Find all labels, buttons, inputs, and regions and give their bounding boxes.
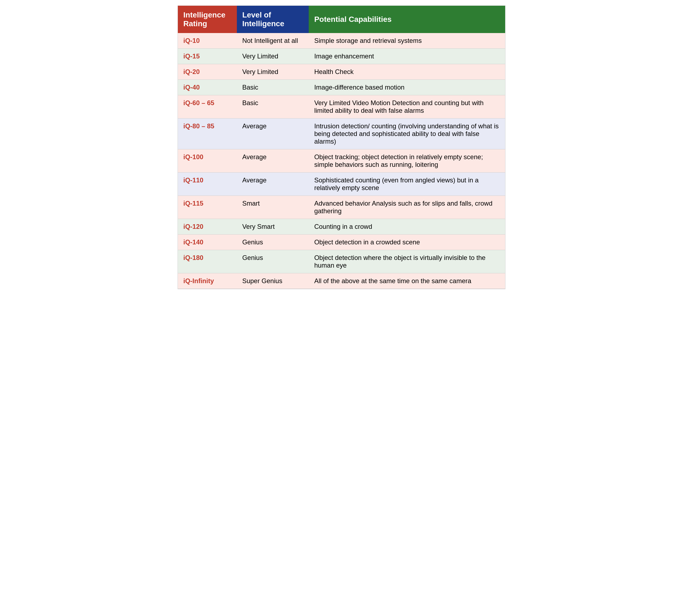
table-row: iQ-InfinitySuper GeniusAll of the above … <box>178 273 505 289</box>
level-cell: Very Smart <box>237 219 309 235</box>
header-potential-capabilities: Potential Capabilities <box>309 6 505 33</box>
intelligence-table: Intelligence Rating Level of Intelligenc… <box>177 5 506 289</box>
capabilities-cell: Object detection in a crowded scene <box>309 235 505 250</box>
level-cell: Average <box>237 149 309 173</box>
rating-cell: iQ-115 <box>178 196 237 219</box>
capabilities-cell: Intrusion detection/ counting (involving… <box>309 118 505 149</box>
table-row: iQ-20Very LimitedHealth Check <box>178 64 505 80</box>
rating-cell: iQ-10 <box>178 33 237 49</box>
table-row: iQ-60 – 65BasicVery Limited Video Motion… <box>178 95 505 118</box>
table-row: iQ-140GeniusObject detection in a crowde… <box>178 235 505 250</box>
rating-cell: iQ-120 <box>178 219 237 235</box>
table-row: iQ-100AverageObject tracking; object det… <box>178 149 505 173</box>
table-row: iQ-115SmartAdvanced behavior Analysis su… <box>178 196 505 219</box>
capabilities-cell: Image enhancement <box>309 49 505 64</box>
level-cell: Basic <box>237 80 309 95</box>
table-row: iQ-180GeniusObject detection where the o… <box>178 250 505 273</box>
level-cell: Average <box>237 173 309 196</box>
header-level-of-intelligence: Level of Intelligence <box>237 6 309 33</box>
level-cell: Super Genius <box>237 273 309 289</box>
capabilities-cell: Simple storage and retrieval systems <box>309 33 505 49</box>
rating-cell: iQ-180 <box>178 250 237 273</box>
capabilities-cell: Counting in a crowd <box>309 219 505 235</box>
table-header-row: Intelligence Rating Level of Intelligenc… <box>178 6 505 33</box>
table-row: iQ-40BasicImage-difference based motion <box>178 80 505 95</box>
capabilities-cell: All of the above at the same time on the… <box>309 273 505 289</box>
capabilities-cell: Advanced behavior Analysis such as for s… <box>309 196 505 219</box>
rating-cell: iQ-40 <box>178 80 237 95</box>
table-row: iQ-10Not Intelligent at allSimple storag… <box>178 33 505 49</box>
table-row: iQ-80 – 85AverageIntrusion detection/ co… <box>178 118 505 149</box>
rating-cell: iQ-Infinity <box>178 273 237 289</box>
level-cell: Very Limited <box>237 64 309 80</box>
rating-cell: iQ-15 <box>178 49 237 64</box>
level-cell: Not Intelligent at all <box>237 33 309 49</box>
table-row: iQ-120Very SmartCounting in a crowd <box>178 219 505 235</box>
rating-cell: iQ-80 – 85 <box>178 118 237 149</box>
table-body: iQ-10Not Intelligent at allSimple storag… <box>178 33 505 289</box>
capabilities-cell: Sophisticated counting (even from angled… <box>309 173 505 196</box>
table-row: iQ-110AverageSophisticated counting (eve… <box>178 173 505 196</box>
rating-cell: iQ-100 <box>178 149 237 173</box>
level-cell: Basic <box>237 95 309 118</box>
level-cell: Very Limited <box>237 49 309 64</box>
capabilities-cell: Image-difference based motion <box>309 80 505 95</box>
table-row: iQ-15Very LimitedImage enhancement <box>178 49 505 64</box>
header-intelligence-rating: Intelligence Rating <box>178 6 237 33</box>
capabilities-cell: Very Limited Video Motion Detection and … <box>309 95 505 118</box>
level-cell: Average <box>237 118 309 149</box>
capabilities-cell: Object tracking; object detection in rel… <box>309 149 505 173</box>
rating-cell: iQ-20 <box>178 64 237 80</box>
level-cell: Smart <box>237 196 309 219</box>
rating-cell: iQ-110 <box>178 173 237 196</box>
capabilities-cell: Object detection where the object is vir… <box>309 250 505 273</box>
capabilities-cell: Health Check <box>309 64 505 80</box>
rating-cell: iQ-60 – 65 <box>178 95 237 118</box>
rating-cell: iQ-140 <box>178 235 237 250</box>
level-cell: Genius <box>237 250 309 273</box>
level-cell: Genius <box>237 235 309 250</box>
